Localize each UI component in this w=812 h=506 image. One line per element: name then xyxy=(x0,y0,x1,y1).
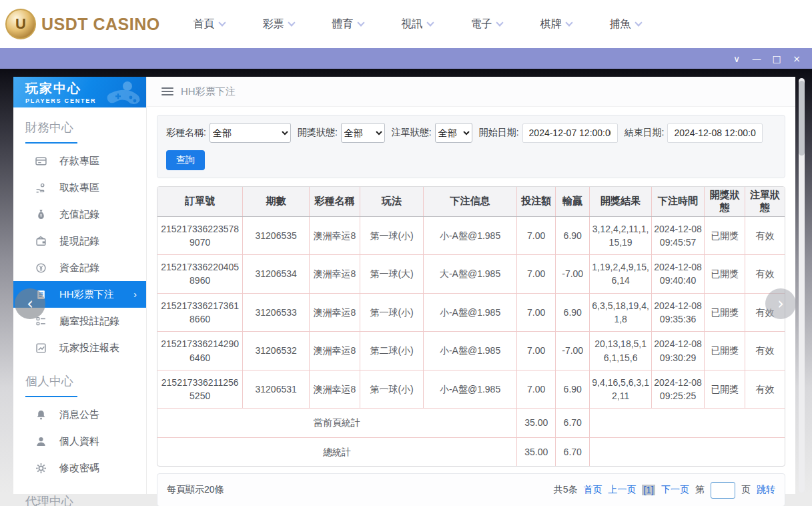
table-row: 215217336211256525031206531澳洲幸运8第一球(小)小-… xyxy=(157,370,785,409)
table-cell: 已開獎 xyxy=(705,332,745,370)
page-number-input[interactable] xyxy=(711,482,735,499)
sidebar-item-deposit-zone[interactable]: 存款專區 xyxy=(13,148,146,174)
sidebar-item-change-password[interactable]: 修改密碼 xyxy=(13,455,146,481)
table-cell: 2024-12-08 09:40:40 xyxy=(652,255,705,294)
summary-bet-total: 35.00 xyxy=(517,409,556,437)
lottery-name-select[interactable]: 全部 xyxy=(210,123,291,143)
nav-item-sports[interactable]: 體育 xyxy=(313,17,382,31)
nav-item-label: 電子 xyxy=(471,17,492,31)
sidebar-item-funds-records[interactable]: 資金記錄 xyxy=(13,254,146,281)
table-cell: 第一球(小) xyxy=(360,216,424,255)
summary-label: 總統計 xyxy=(157,437,517,466)
table-cell: 31206534 xyxy=(243,255,310,294)
nav-item-label: 體育 xyxy=(332,17,354,31)
table-cell: 2024-12-08 09:45:57 xyxy=(652,216,705,255)
collapse-button[interactable]: ∨ xyxy=(727,51,747,67)
bell-icon xyxy=(35,409,47,421)
table-row: 215217336220405896031206534澳洲幸运8第一球(大)大-… xyxy=(157,255,785,294)
column-header: 投注額 xyxy=(517,187,556,216)
section-underline xyxy=(25,396,77,397)
table-cell: 6.90 xyxy=(556,370,590,409)
gamepad-icon xyxy=(89,78,142,107)
section-heading: 個人中心 xyxy=(25,373,146,389)
sidebar-item-label: 廳室投註記錄 xyxy=(59,315,119,328)
total-count: 共5条 xyxy=(554,484,578,496)
table-cell: 6.90 xyxy=(556,216,590,255)
end-date-label: 結束日期: xyxy=(625,127,665,139)
scrollbar-thumb[interactable] xyxy=(799,81,805,156)
content-frame: 玩家中心 PLAYERS CENTER 財務中心存款專區取款專區充值記錄提現記錄… xyxy=(13,77,795,494)
table-cell: 澳洲幸运8 xyxy=(309,255,360,294)
nav-item-home[interactable]: 首頁 xyxy=(174,17,244,31)
table-cell: 1,19,2,4,9,15,6,14 xyxy=(590,255,652,294)
app-window: U USDT CASINO 首頁彩票體育視訊電子棋牌捕魚 ∨—□× 玩家中心 P… xyxy=(0,0,812,506)
vertical-scrollbar[interactable] xyxy=(799,78,805,493)
menu-icon[interactable] xyxy=(161,87,173,95)
nav-item-lottery[interactable]: 彩票 xyxy=(244,17,313,31)
sidebar-item-label: 取款專區 xyxy=(59,182,99,194)
order-status-select[interactable]: 全部 xyxy=(435,123,472,143)
jump-prefix: 第 xyxy=(695,484,705,496)
nav-item-chess[interactable]: 棋牌 xyxy=(521,17,590,31)
table-cell: 第一球(小) xyxy=(360,370,424,409)
column-header: 下注時間 xyxy=(652,187,705,216)
table-cell: 20,13,18,5,16,1,15,6 xyxy=(590,332,652,370)
nav-item-slots[interactable]: 電子 xyxy=(452,17,521,31)
page-size-text: 每頁顯示20條 xyxy=(167,484,224,496)
table-cell: 大-A盤@1.985 xyxy=(424,255,517,294)
column-header: 開獎結果 xyxy=(590,187,652,216)
logo-icon: U xyxy=(5,9,36,39)
pager: 共5条 首页 上一页 [1] 下一页 第 页 跳转 xyxy=(554,482,775,499)
summary-bet-total: 35.00 xyxy=(517,437,556,466)
sidebar-header: 玩家中心 PLAYERS CENTER xyxy=(13,77,146,107)
window-titlebar: ∨—□× xyxy=(0,48,812,69)
table-cell: 有效 xyxy=(745,255,785,294)
sidebar-item-player-bet-report[interactable]: 玩家投注報表 xyxy=(13,334,146,361)
table-cell: 澳洲幸运8 xyxy=(309,332,360,370)
summary-empty xyxy=(590,437,785,466)
nav-item-video[interactable]: 視訊 xyxy=(382,17,452,31)
sidebar-item-recharge-records[interactable]: 充值記錄 xyxy=(13,201,146,228)
wallet-out-icon xyxy=(35,236,47,247)
draw-status-select[interactable]: 全部 xyxy=(341,123,385,143)
table-cell: 澳洲幸运8 xyxy=(309,370,360,409)
logo[interactable]: U USDT CASINO xyxy=(5,9,155,39)
maximize-button[interactable]: □ xyxy=(767,51,787,67)
jump-link[interactable]: 跳转 xyxy=(757,484,775,496)
scroll-left-button[interactable]: ‹ xyxy=(15,288,45,319)
first-page-link[interactable]: 首页 xyxy=(583,484,602,496)
scroll-right-button[interactable]: › xyxy=(765,288,796,319)
sidebar-item-profile[interactable]: 個人資料 xyxy=(13,428,146,455)
section-heading: 財務中心 xyxy=(25,119,146,136)
nav-item-fishing[interactable]: 捕魚 xyxy=(590,17,660,31)
table-cell: 已開獎 xyxy=(705,255,745,294)
end-date-input[interactable] xyxy=(667,123,763,143)
close-button[interactable]: × xyxy=(787,51,807,67)
table-cell: 小-A盤@1.985 xyxy=(424,216,517,255)
sidebar-item-withdraw-zone[interactable]: 取款專區 xyxy=(13,174,146,201)
withdraw-hand-icon xyxy=(35,182,47,194)
column-header: 注單狀態 xyxy=(745,187,785,216)
table-cell: 第一球(大) xyxy=(360,255,424,294)
sidebar-item-label: 修改密碼 xyxy=(59,462,99,475)
current-page: [1] xyxy=(642,485,655,495)
prev-page-link[interactable]: 上一页 xyxy=(608,484,636,496)
table-cell: 已開獎 xyxy=(705,216,745,255)
start-date-label: 開始日期: xyxy=(479,127,519,139)
next-page-link[interactable]: 下一页 xyxy=(661,484,689,496)
table-cell: 有效 xyxy=(745,370,785,409)
sidebar-item-withdraw-records[interactable]: 提現記錄 xyxy=(13,228,146,254)
table-cell: 2152173362173618660 xyxy=(157,293,243,332)
table-cell: 澳洲幸运8 xyxy=(309,293,360,332)
nav-item-label: 捕魚 xyxy=(610,17,631,31)
filter-panel: 彩種名稱: 全部 開獎狀態: 全部 注單狀態: xyxy=(157,115,785,178)
table-cell: 小-A盤@1.985 xyxy=(424,332,517,370)
order-status-label: 注單狀態: xyxy=(392,127,432,139)
query-button[interactable]: 查詢 xyxy=(166,150,205,170)
sidebar-item-announcements[interactable]: 消息公告 xyxy=(13,401,146,428)
lottery-name-label: 彩種名稱: xyxy=(166,127,206,139)
section-underline xyxy=(25,142,77,144)
table-cell: 31206533 xyxy=(243,293,310,332)
minimize-button[interactable]: — xyxy=(747,51,767,67)
start-date-input[interactable] xyxy=(522,123,618,143)
